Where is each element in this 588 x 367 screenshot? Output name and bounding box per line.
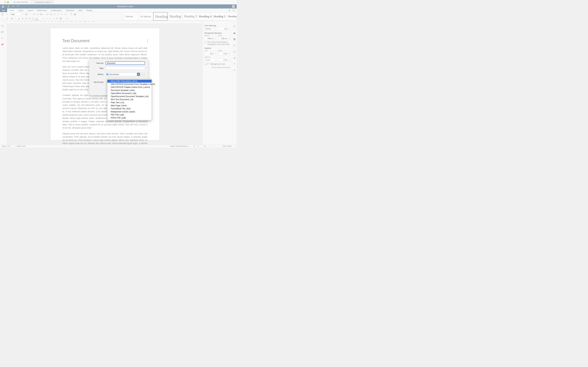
page-indicator[interactable]: Page 1 of 2 — [2, 145, 10, 147]
format-option[interactable]: OpenDocument Document Template (.ott) — [107, 95, 151, 98]
close-tab-icon[interactable]: ✕ — [51, 1, 52, 3]
headings-icon[interactable]: ≡ — [2, 37, 3, 40]
style-no-spacing[interactable]: No Spacing — [138, 12, 153, 21]
bold-button[interactable]: B — [10, 17, 13, 20]
align-justify-icon[interactable]: ≡ — [52, 17, 55, 20]
format-option[interactable]: PDF File (.pdf) — [107, 113, 151, 116]
menu-layout[interactable]: Layout — [25, 8, 35, 12]
save-as-input[interactable] — [106, 61, 145, 65]
style-heading5[interactable]: Heading 5 — [212, 12, 226, 21]
menu-home[interactable]: Home — [7, 8, 17, 12]
menu-protection[interactable]: Protection — [64, 8, 76, 12]
fit-width-icon[interactable]: ↔ — [215, 145, 217, 147]
font-size-input[interactable] — [25, 13, 29, 16]
underline-button[interactable]: U — [17, 17, 21, 20]
format-option[interactable]: ONLYOFFICE Fillable Online Form (.oform) — [107, 86, 151, 89]
strike-button[interactable]: S — [21, 17, 24, 20]
search-icon[interactable]: 🔍 — [232, 9, 235, 12]
track-changes-icon[interactable]: ✔▾ — [204, 145, 206, 147]
open-location-icon[interactable]: ⎘ — [229, 9, 230, 12]
outdent-icon[interactable]: ⇤ — [57, 13, 60, 16]
document-tab[interactable]: 📄 Document 1.docx ✕ — [30, 0, 54, 4]
format-painter-icon[interactable]: 🖌 — [5, 17, 9, 21]
borders-icon[interactable]: ▦ — [59, 17, 62, 20]
user-avatar[interactable]: VB — [232, 5, 235, 8]
traffic-minimize-icon[interactable] — [4, 1, 6, 3]
dont-add-interval-checkbox[interactable] — [204, 41, 207, 43]
zoom-in-button[interactable]: + — [234, 145, 235, 147]
header-footer-icon[interactable]: ⎘ — [234, 44, 235, 47]
format-option[interactable]: Rich Text Document (.rtf) — [107, 98, 151, 101]
style-heading1[interactable]: Heading 1 — [153, 12, 168, 21]
numbering-icon[interactable]: 1≡ — [50, 13, 53, 16]
format-option[interactable]: PDF/A File (.pdf) — [107, 116, 151, 119]
find-icon[interactable]: 🔍 — [1, 25, 4, 27]
style-normal[interactable]: Normal — [124, 12, 138, 21]
menu-file[interactable]: File — [0, 8, 7, 12]
show-advanced-link[interactable]: Show advanced settings — [204, 67, 230, 68]
paste-icon[interactable]: 📄 — [0, 17, 5, 21]
traffic-close-icon[interactable] — [1, 1, 3, 3]
cut-icon[interactable]: ✂ — [5, 12, 9, 17]
textart-settings-icon[interactable]: Ｔ — [234, 63, 235, 66]
chart-settings-icon[interactable]: 📊 — [233, 57, 236, 59]
font-size-dropdown-icon[interactable]: ▾ — [29, 13, 32, 16]
italic-button[interactable]: I — [14, 17, 17, 20]
signature-settings-icon[interactable]: ✎ — [234, 69, 235, 72]
style-heading4[interactable]: Heading 4 — [197, 12, 212, 21]
increase-size-icon[interactable]: A↑ — [33, 13, 36, 16]
spacing-after-stepper[interactable]: ▲▼ — [218, 37, 230, 40]
menu-view[interactable]: View — [76, 8, 84, 12]
paragraph-settings-icon[interactable]: ¶ — [233, 25, 235, 28]
spacing-before-stepper[interactable]: ▲▼ — [204, 37, 217, 40]
save-icon[interactable]: 💾 — [2, 5, 4, 8]
feedback-icon[interactable]: 📣 — [1, 43, 4, 46]
highlight-color-icon[interactable]: ✎ — [32, 17, 35, 20]
bullets-icon[interactable]: •≡ — [46, 13, 49, 16]
tags-input[interactable] — [106, 67, 145, 70]
expand-dialog-button[interactable]: ⌄ — [142, 73, 145, 76]
word-count-button[interactable]: ≡Word count — [15, 145, 26, 147]
shading-icon[interactable]: ▦ — [74, 13, 77, 16]
comments-icon[interactable]: 💬 — [1, 31, 4, 33]
format-option[interactable]: Plain Text (.txt) — [107, 101, 151, 104]
indent-right-stepper[interactable]: ▲▼ — [218, 52, 230, 55]
tracking-toggle-icon[interactable]: ✎ — [197, 145, 199, 147]
decrease-size-icon[interactable]: A↓ — [36, 13, 40, 16]
ruler-vertical[interactable] — [5, 24, 7, 145]
paragraph-mark-icon[interactable]: ¶ — [56, 17, 59, 20]
undo-icon[interactable]: ↶ — [12, 5, 14, 8]
nonprinting-icon[interactable]: ¶ — [70, 13, 73, 16]
style-heading6[interactable]: Heading 6 — [226, 12, 237, 21]
superscript-button[interactable]: A² — [25, 17, 28, 20]
menu-collaboration[interactable]: Collaboration — [49, 8, 64, 12]
format-option[interactable]: OpenOffice Document (.odt) — [107, 92, 151, 95]
ruler-horizontal[interactable]: · · · 2 · · · 1 · · · △ · · · 1 · · · 2 … — [5, 21, 203, 24]
style-heading2[interactable]: Heading 2 — [168, 12, 182, 21]
background-color-swatch[interactable] — [204, 63, 209, 65]
menu-plugins[interactable]: Plugins — [84, 8, 95, 12]
align-left-icon[interactable]: ≡ — [42, 17, 45, 20]
change-case-icon[interactable]: Aa — [40, 13, 43, 16]
indent-icon[interactable]: ⇥ — [60, 13, 63, 16]
fit-page-icon[interactable]: ⛶ — [211, 145, 212, 147]
spellcheck-toggle-icon[interactable]: ⊕ — [194, 145, 195, 147]
align-center-icon[interactable]: ≡ — [45, 17, 48, 20]
line-spacing-icon[interactable]: ≡ — [64, 13, 67, 16]
format-option[interactable]: ONLYOFFICE Document Form Template (.docx… — [107, 83, 151, 86]
line-spacing-value-stepper[interactable]: ▲▼ — [217, 27, 230, 30]
format-option[interactable]: Word 2007 Document (.docx) — [107, 80, 151, 83]
style-heading3[interactable]: Heading 3 — [182, 12, 197, 21]
menu-references[interactable]: References — [35, 8, 49, 12]
special-indent-stepper[interactable]: ▲▼ — [218, 58, 230, 61]
format-option[interactable]: FictionBook File (.fb2) — [107, 107, 151, 110]
print-icon[interactable]: 🖨 — [7, 5, 9, 8]
format-option[interactable]: Document template (.dotx) — [107, 89, 151, 92]
where-updown-icon[interactable]: ⇅ — [137, 73, 140, 76]
format-option[interactable]: Mobipocket e-book (.epub) — [107, 110, 151, 113]
align-right-icon[interactable]: ≡ — [49, 17, 52, 20]
image-settings-icon[interactable]: 🖼 — [234, 38, 235, 41]
subscript-button[interactable]: A₂ — [28, 17, 31, 20]
font-name-dropdown-icon[interactable]: ▾ — [21, 13, 25, 16]
zoom-out-button[interactable]: − — [219, 145, 220, 147]
